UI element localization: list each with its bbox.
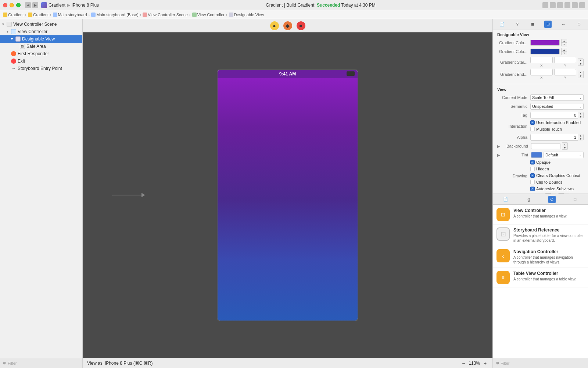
stepper-up[interactable]: ▲	[578, 59, 583, 62]
file-inspector-tab[interactable]: 📄	[498, 21, 506, 28]
editor-icon[interactable]	[542, 2, 548, 8]
stepper-up[interactable]: ▲	[578, 71, 583, 74]
gradient-end-y-input[interactable]	[554, 69, 577, 75]
media-tab[interactable]: ◻	[571, 196, 579, 203]
vc-library-desc: A controller that manages a view.	[513, 214, 584, 219]
bc-vc[interactable]: View Controller	[197, 13, 225, 17]
minimize-button[interactable]	[10, 3, 14, 7]
breadcrumb-item[interactable]: Gradient	[3, 13, 24, 17]
navigator-icon[interactable]	[550, 2, 556, 8]
tint-select[interactable]: Default ⌄	[544, 152, 584, 158]
clip-to-bounds-checkbox[interactable]	[530, 180, 535, 184]
bc-mainstoryboard-base[interactable]: Main.storyboard (Base)	[96, 13, 138, 17]
gradient-start-y-input[interactable]	[554, 57, 577, 63]
tool-button-3[interactable]: ■	[297, 21, 305, 30]
breadcrumb-item[interactable]: Designable View	[229, 13, 264, 17]
gradient-end-stepper[interactable]: ▲ ▼	[578, 71, 584, 78]
clears-graphics-checkbox[interactable]: ✓	[530, 173, 535, 178]
hidden-label: Hidden	[536, 167, 549, 171]
autoresize-checkbox[interactable]: ✓	[530, 187, 535, 191]
library-filter-placeholder[interactable]: Filter	[501, 361, 509, 365]
tool-button-2[interactable]: ◆	[283, 21, 292, 30]
sidebar-exit-label: Exit	[18, 59, 25, 64]
stepper-down[interactable]: ▼	[578, 137, 583, 141]
alpha-stepper-btns[interactable]: ▲ ▼	[578, 134, 583, 141]
gradient-color1-stepper[interactable]: ▲ ▼	[561, 39, 567, 46]
stepper-down[interactable]: ▼	[562, 52, 567, 55]
tag-stepper[interactable]: 0 ▲ ▼	[530, 112, 584, 118]
stepper-down[interactable]: ▼	[578, 62, 583, 66]
table-library-desc: A controller that manages a table view.	[513, 277, 584, 282]
gradient-color2-swatch[interactable]	[530, 49, 560, 54]
semantic-select[interactable]: Unspecified ⌄	[530, 103, 584, 110]
sidebar-item-safe-area[interactable]: ⊡ Safe Area	[0, 43, 82, 50]
sidebar-item-designable-view[interactable]: ▼ Designable View	[0, 35, 82, 43]
stepper-up[interactable]: ▲	[578, 112, 583, 115]
bc-mainstoryboard[interactable]: Main.storyboard	[58, 13, 87, 17]
stepper-down[interactable]: ▼	[562, 43, 567, 46]
back-forward-btn[interactable]: ◀	[25, 2, 31, 8]
connections-inspector-tab[interactable]: ⊙	[575, 21, 582, 28]
identity-inspector-tab[interactable]: ◼	[529, 21, 537, 28]
breadcrumb-item[interactable]: Main.storyboard (Base)	[91, 13, 138, 17]
bc-designable-view[interactable]: Designable View	[234, 13, 264, 17]
stepper-down[interactable]: ▼	[562, 146, 567, 149]
sidebar-item-exit[interactable]: Exit	[0, 57, 82, 65]
sidebar-item-first-responder[interactable]: First Responder	[0, 50, 82, 57]
settings-icon[interactable]	[579, 2, 585, 8]
maximize-button[interactable]	[16, 3, 21, 7]
split-icon[interactable]	[564, 2, 570, 8]
object-library-tab[interactable]: ⊙	[548, 196, 556, 203]
quick-help-tab[interactable]: ?	[514, 21, 521, 28]
zoom-in-button[interactable]: +	[482, 360, 488, 366]
breadcrumb-item[interactable]: Gradient	[28, 13, 49, 17]
gradient-end-x-input[interactable]	[530, 69, 553, 75]
close-button[interactable]	[3, 3, 7, 7]
zoom-out-button[interactable]: −	[460, 360, 466, 366]
gradient-start-stepper[interactable]: ▲ ▼	[578, 59, 584, 66]
sb-library-icon: ⊡	[496, 227, 510, 241]
dv-icon	[15, 36, 21, 42]
sidebar-item-vc[interactable]: ▼ View Controller	[0, 28, 82, 35]
alpha-stepper[interactable]: 1 ▲ ▼	[530, 134, 584, 141]
breadcrumb-item[interactable]: View Controller Scene	[143, 13, 188, 17]
titlebar-right-actions[interactable]	[542, 2, 585, 8]
opaque-checkbox[interactable]: ✓	[530, 160, 535, 164]
bc-gradient2[interactable]: Gradient	[33, 13, 49, 17]
utility-icon[interactable]	[572, 2, 578, 8]
tag-stepper-btns[interactable]: ▲ ▼	[578, 112, 583, 118]
library-item-vc: ⊡ View Controller A controller that mana…	[493, 205, 588, 224]
traffic-lights[interactable]	[3, 3, 21, 7]
gradient-color1-swatch[interactable]	[530, 40, 560, 46]
tool-button-1[interactable]: ●	[270, 21, 279, 30]
stepper-up[interactable]: ▲	[578, 134, 583, 137]
tint-swatch[interactable]	[531, 152, 542, 158]
expand-icon: ▼	[1, 22, 6, 26]
background-stepper[interactable]: ▲ ▼	[562, 142, 568, 150]
stepper-down[interactable]: ▼	[578, 74, 583, 78]
stepper-down[interactable]: ▼	[578, 115, 583, 118]
debug-icon[interactable]	[557, 2, 563, 8]
hidden-checkbox[interactable]	[530, 167, 535, 171]
view-as-label[interactable]: View as: iPhone 8 Plus (⌘C ⌘R)	[87, 361, 153, 366]
code-snippet-tab[interactable]: {}	[525, 196, 533, 203]
sidebar-item-entry-point[interactable]: → Storyboard Entry Point	[0, 65, 82, 72]
stepper-up[interactable]: ▲	[562, 39, 567, 43]
breadcrumb-item[interactable]: Main.storyboard	[53, 13, 87, 17]
stepper-up[interactable]: ▲	[562, 143, 567, 146]
gradient-start-x-input[interactable]	[530, 57, 553, 63]
size-inspector-tab[interactable]: ↔	[560, 21, 567, 28]
bc-gradient1[interactable]: Gradient	[8, 13, 24, 17]
breadcrumb-item[interactable]: View Controller	[192, 13, 225, 17]
file-template-tab[interactable]: 📄	[502, 196, 509, 203]
bc-scene[interactable]: View Controller Scene	[148, 13, 188, 17]
multiple-touch-checkbox[interactable]	[530, 127, 535, 131]
gradient-color2-stepper[interactable]: ▲ ▼	[561, 48, 567, 55]
content-mode-select[interactable]: Scale To Fill ⌄	[530, 94, 584, 101]
stepper-up[interactable]: ▲	[562, 48, 567, 52]
user-interaction-checkbox[interactable]: ✓	[530, 120, 535, 125]
forward-btn[interactable]: ▶	[32, 2, 38, 8]
attributes-inspector-tab[interactable]: ⊞	[544, 21, 552, 28]
background-swatch[interactable]	[531, 143, 560, 149]
sidebar-item-scene[interactable]: ▼ View Controller Scene	[0, 21, 82, 28]
